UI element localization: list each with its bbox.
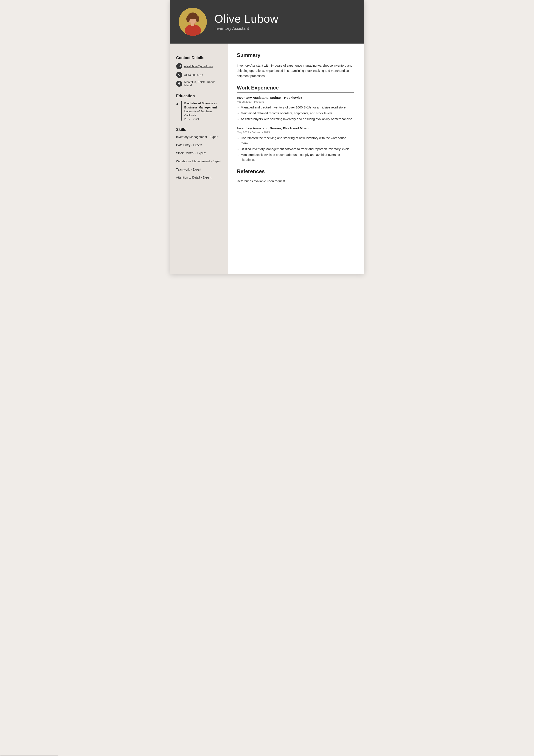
summary-section-title: Summary bbox=[237, 52, 354, 60]
references-section-title: References bbox=[237, 168, 354, 176]
edu-years: 2017 - 2021 bbox=[184, 117, 222, 121]
candidate-title: Inventory Assistant bbox=[215, 26, 279, 31]
job-bullet: Monitored stock levels to ensure adequat… bbox=[241, 152, 354, 162]
skill-item: Teamwork - Expert bbox=[176, 168, 222, 172]
job-bullet: Maintained detailed records of orders, s… bbox=[241, 111, 354, 116]
job-bullet: Assisted buyers with selecting inventory… bbox=[241, 117, 354, 122]
summary-text: Inventory Assistant with 4+ years of exp… bbox=[237, 63, 354, 79]
education-section: Education ● Bachelor of Science in Busin… bbox=[176, 94, 222, 121]
email-icon bbox=[176, 63, 182, 69]
header-text: Olive Lubow Inventory Assistant bbox=[215, 13, 279, 31]
skills-section: Skills Inventory Management - Expert Dat… bbox=[176, 127, 222, 180]
summary-section: Summary Inventory Assistant with 4+ year… bbox=[237, 52, 354, 79]
edu-bullet-icon: ● bbox=[176, 102, 179, 121]
references-text: References available upon request bbox=[237, 179, 354, 183]
job-item: Inventory Assistant, Bernier, Block and … bbox=[237, 126, 354, 162]
address-value: Mantefurt, 57491, Rhode Island bbox=[184, 80, 222, 87]
phone-value: (335) 283 5614 bbox=[184, 73, 203, 76]
edu-school: University of Southern California bbox=[184, 110, 222, 117]
job-bullets: Coordinated the receiving and stocking o… bbox=[237, 136, 354, 162]
svg-rect-7 bbox=[191, 22, 194, 26]
education-section-title: Education bbox=[176, 94, 222, 98]
candidate-name: Olive Lubow bbox=[215, 13, 279, 25]
location-icon bbox=[176, 81, 182, 87]
job-bullet: Utilized Inventory Management software t… bbox=[241, 147, 354, 151]
email-contact-item: olivelubow@gmail.com bbox=[176, 63, 222, 69]
resume-document: Olive Lubow Inventory Assistant Contact … bbox=[170, 0, 364, 274]
avatar bbox=[179, 8, 207, 36]
work-experience-section: Work Experience Inventory Assistant, Bed… bbox=[237, 85, 354, 163]
svg-point-10 bbox=[179, 83, 179, 84]
skills-section-title: Skills bbox=[176, 127, 222, 132]
work-experience-title: Work Experience bbox=[237, 85, 354, 93]
sidebar: Contact Details olivelubow@gmail.com bbox=[170, 43, 228, 274]
references-section: References References available upon req… bbox=[237, 168, 354, 183]
skill-item: Stock Control - Expert bbox=[176, 151, 222, 155]
job-bullets: Managed and tracked inventory of over 10… bbox=[237, 105, 354, 122]
resume-body: Contact Details olivelubow@gmail.com bbox=[170, 43, 364, 274]
address-contact-item: Mantefurt, 57491, Rhode Island bbox=[176, 80, 222, 87]
education-item: ● Bachelor of Science in Business Manage… bbox=[176, 101, 222, 121]
phone-contact-item: (335) 283 5614 bbox=[176, 72, 222, 78]
phone-icon bbox=[176, 72, 182, 78]
skill-item: Data Entry - Expert bbox=[176, 143, 222, 148]
main-content: Summary Inventory Assistant with 4+ year… bbox=[228, 43, 364, 274]
resume-header: Olive Lubow Inventory Assistant bbox=[170, 0, 364, 43]
contact-section-title: Contact Details bbox=[176, 56, 222, 60]
job-date: May 2021 - February 2023 bbox=[237, 131, 354, 134]
svg-point-4 bbox=[186, 16, 190, 22]
edu-degree: Bachelor of Science in Business Manageme… bbox=[184, 101, 222, 110]
skill-item: Warehouse Management - Expert bbox=[176, 159, 222, 164]
job-title: Inventory Assistant, Bernier, Block and … bbox=[237, 126, 354, 130]
job-bullet: Coordinated the receiving and stocking o… bbox=[241, 136, 354, 146]
job-bullet: Managed and tracked inventory of over 10… bbox=[241, 105, 354, 110]
contact-section: Contact Details olivelubow@gmail.com bbox=[176, 56, 222, 87]
job-date: March 2023 - Present bbox=[237, 100, 354, 103]
email-value[interactable]: olivelubow@gmail.com bbox=[184, 65, 213, 68]
edu-detail: Bachelor of Science in Business Manageme… bbox=[181, 101, 222, 121]
job-title: Inventory Assistant, Bednar - Hodkiewicz bbox=[237, 96, 354, 100]
skill-item: Inventory Management - Expert bbox=[176, 135, 222, 139]
svg-point-5 bbox=[196, 16, 199, 22]
job-item: Inventory Assistant, Bednar - Hodkiewicz… bbox=[237, 96, 354, 122]
skill-item: Attention to Detail - Expert bbox=[176, 176, 222, 180]
